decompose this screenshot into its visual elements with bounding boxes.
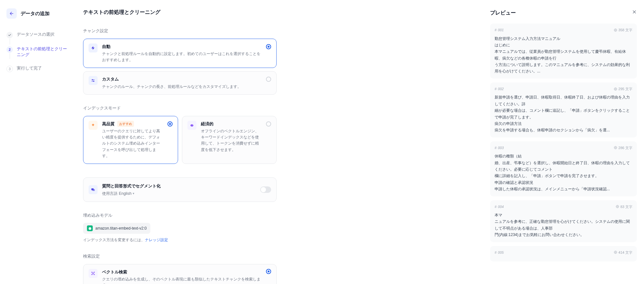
- vector-search-option[interactable]: ベクトル検索 クエリの埋め込みを生成し、そのベクトル表現に最も類似したテキストチ…: [83, 264, 277, 284]
- knowledge-settings-link[interactable]: ナレッジ設定: [145, 238, 168, 242]
- svg-rect-7: [92, 189, 95, 191]
- svg-point-22: [616, 205, 619, 208]
- close-button[interactable]: [632, 8, 637, 17]
- arrow-left-icon: [9, 11, 14, 16]
- sparkle-icon: [89, 121, 98, 130]
- chunk-id: # 005: [495, 250, 504, 255]
- chunk-char-count: 295 文字: [614, 86, 632, 92]
- recommended-badge: おすすめ: [117, 121, 134, 127]
- step-2[interactable]: 2 テキストの前処理とクリーニング: [6, 46, 68, 58]
- qa-segment-card: 質問と回答形式でセグメント化 使用言語 English ▾: [83, 177, 277, 202]
- svg-point-20: [614, 147, 617, 149]
- step-3[interactable]: 3 実行して完了: [6, 65, 68, 72]
- preview-chunk[interactable]: # 005 414 文字: [490, 246, 637, 262]
- piggy-bank-icon: [187, 121, 196, 130]
- radio-indicator: [266, 77, 271, 82]
- svg-point-17: [615, 29, 616, 31]
- sidebar: データの追加 データソースの選択 2 テキストの前処理とクリーニング 3 実行し…: [0, 0, 74, 284]
- svg-point-3: [93, 81, 94, 82]
- preview-chunk[interactable]: # 003 286 文字 休暇の種類（結 婚、出産、弔事など）を選択し、休暇開始…: [490, 141, 637, 196]
- close-icon: [632, 9, 637, 14]
- radio-indicator: [266, 44, 271, 49]
- hash-icon: #: [495, 86, 497, 92]
- chunk-char-count: 414 文字: [614, 250, 632, 255]
- chunk-settings-section: チャンク設定 自動 チャンクと前処理ルールを自動的に設定します。初めてのユーザー…: [83, 28, 277, 95]
- qa-title: 質問と回答形式でセグメント化: [102, 183, 256, 189]
- preview-title: プレビュー: [490, 9, 516, 17]
- index-economical-option[interactable]: 経済的 オフラインのベクトルエンジン、キーワードインデックスなどを使用して、トー…: [182, 116, 277, 164]
- sliders-icon: [89, 76, 98, 85]
- chevron-down-icon: ▾: [133, 191, 134, 196]
- preview-chunk[interactable]: # 004 83 文字 本マ ニュアルを参考に、正確な勤怠管理を心がけてください…: [490, 200, 637, 242]
- svg-point-25: [615, 252, 616, 253]
- vector-icon: [89, 269, 98, 278]
- section-label-chunk: チャンク設定: [83, 28, 277, 34]
- chunk-custom-option[interactable]: カスタム チャンクのルール、チャンクの長さ、前処理ルールなどをカスタマイズします…: [83, 71, 277, 95]
- back-button[interactable]: [6, 8, 17, 19]
- section-label-embedding: 埋め込みモデル: [83, 212, 277, 219]
- hash-icon: #: [495, 145, 497, 151]
- index-high-quality-option[interactable]: 高品質 おすすめ ユーザーのクエリに対してより高い精度を提供するために、デフォル…: [83, 116, 178, 164]
- page-title: テキストの前処理とクリーニング: [83, 8, 277, 16]
- main-content: テキストの前処理とクリーニング チャンク設定 自動 チャンクと前処理ルールを自動…: [74, 0, 289, 284]
- section-label-search: 検索設定: [83, 253, 277, 260]
- step-1[interactable]: データソースの選択: [6, 32, 68, 38]
- chunk-text: 勤怠管理システム入力方法マニュアル はじめに 本マニュアルでは、従業員が勤怠管理…: [495, 35, 632, 75]
- chunk-auto-option[interactable]: 自動 チャンクと前処理ルールを自動的に設定します。初めてのユーザーはこれを選択す…: [83, 39, 277, 68]
- chunk-id: # 003: [495, 145, 504, 151]
- hash-icon: #: [495, 250, 497, 255]
- hash-icon: #: [495, 204, 497, 210]
- embedding-section: 埋め込みモデル ⬢ amazon.titan-embed-text-v2:0 イ…: [83, 212, 277, 243]
- chunk-text: 本マ ニュアルを参考に、正確な勤怠管理を心がけてください。システムの使用に関して…: [495, 212, 632, 238]
- check-icon: [6, 32, 13, 38]
- svg-point-5: [192, 125, 193, 125]
- back-title: データの追加: [21, 10, 50, 17]
- chunks-list: # 001 358 文字 勤怠管理システム入力方法マニュアル はじめに 本マニュ…: [490, 24, 637, 261]
- chunk-id: # 002: [495, 86, 504, 92]
- model-provider-icon: ⬢: [87, 225, 93, 231]
- chunk-char-count: 358 文字: [614, 27, 632, 33]
- embedding-model-pill: ⬢ amazon.titan-embed-text-v2:0: [83, 223, 150, 234]
- target-icon: [614, 87, 617, 91]
- svg-point-21: [615, 147, 616, 148]
- svg-point-16: [614, 29, 617, 31]
- target-icon: [614, 28, 617, 32]
- chunk-char-count: 83 文字: [616, 204, 632, 210]
- svg-point-19: [615, 88, 616, 90]
- target-icon: [614, 146, 617, 149]
- svg-point-2: [92, 80, 93, 80]
- chunk-id: # 004: [495, 204, 504, 210]
- embedding-note: インデックス方法を変更するには、ナレッジ設定: [83, 237, 277, 243]
- target-icon: [614, 251, 617, 254]
- lightning-icon: [89, 43, 98, 52]
- qa-segment-section: 質問と回答形式でセグメント化 使用言語 English ▾: [83, 177, 277, 202]
- chat-icon: [89, 185, 98, 194]
- wizard-steps: データソースの選択 2 テキストの前処理とクリーニング 3 実行して完了: [6, 32, 68, 72]
- chunk-id: # 001: [495, 27, 504, 33]
- qa-toggle[interactable]: [260, 186, 271, 193]
- chunk-char-count: 286 文字: [614, 145, 632, 151]
- radio-indicator: [266, 121, 271, 127]
- radio-indicator: [167, 121, 173, 127]
- chunk-text: 新規申請を選び、申請日、休暇取得日、休暇終了日、および休暇の理由を入力してくださ…: [495, 94, 632, 133]
- svg-point-4: [190, 124, 193, 127]
- search-settings-section: 検索設定 ベクトル検索 クエリの埋め込みを生成し、そのベクトル表現に最も類似した…: [83, 253, 277, 284]
- hash-icon: #: [495, 27, 497, 33]
- preview-chunk[interactable]: # 002 295 文字 新規申請を選び、申請日、休暇取得日、休暇終了日、および…: [490, 82, 637, 137]
- index-mode-section: インデックスモード 高品質 おすすめ ユーザーのクエリに対してより高い精度を提供…: [83, 105, 277, 167]
- svg-point-23: [617, 206, 618, 207]
- preview-panel: プレビュー # 001 358 文字 勤怠管理システム入力方法マニュアル はじめ…: [483, 0, 644, 284]
- svg-point-24: [614, 251, 617, 254]
- radio-indicator: [266, 269, 271, 274]
- section-label-index: インデックスモード: [83, 105, 277, 111]
- svg-point-18: [614, 88, 617, 90]
- chunk-text: 休暇の種類（結 婚、出産、弔事など）を選択し、休暇開始日と終了日、休暇の理由を入…: [495, 153, 632, 192]
- target-icon: [616, 205, 619, 208]
- qa-language-select[interactable]: 使用言語 English ▾: [102, 191, 256, 196]
- preview-chunk[interactable]: # 001 358 文字 勤怠管理システム入力方法マニュアル はじめに 本マニュ…: [490, 24, 637, 79]
